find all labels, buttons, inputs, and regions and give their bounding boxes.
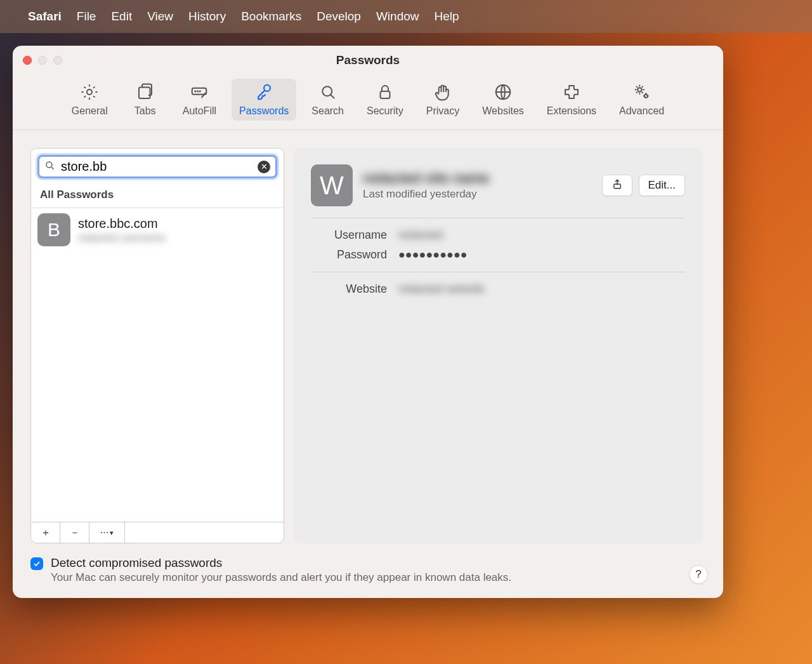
detail-site-title: redacted site name [363,170,592,187]
svg-point-7 [322,86,332,96]
detect-compromised-checkbox[interactable] [30,557,43,570]
password-row[interactable]: B store.bbc.com redacted username [31,208,284,251]
titlebar: Passwords [13,46,723,75]
menu-help[interactable]: Help [434,10,459,23]
svg-rect-8 [380,91,390,98]
content: ✕ All Passwords B store.bbc.com redacted… [13,130,723,551]
detail-favicon: W [311,164,353,206]
clear-search-button[interactable]: ✕ [258,161,270,173]
tab-label: Security [367,105,403,117]
username-value[interactable]: redacted [398,229,685,242]
passwords-list: B store.bbc.com redacted username [31,208,284,522]
remove-button[interactable]: － [60,522,89,543]
tab-label: Privacy [426,105,459,117]
menu-file[interactable]: File [77,10,96,23]
settings-window: Passwords General Tabs AutoFill Password… [13,46,723,598]
row-site: store.bbc.com [78,216,166,231]
svg-point-12 [46,162,52,168]
row-username: redacted username [78,232,166,244]
tab-passwords[interactable]: Passwords [232,79,296,121]
tab-privacy[interactable]: Privacy [419,79,467,121]
detect-compromised-desc: Your Mac can securely monitor your passw… [51,571,511,584]
tab-label: Search [311,105,344,117]
passwords-sidebar: ✕ All Passwords B store.bbc.com redacted… [30,148,284,543]
more-button[interactable]: ··· ▾ [89,522,125,543]
list-footer: ＋ － ··· ▾ [31,522,284,543]
ellipsis-icon: ··· [100,527,108,538]
menu-history[interactable]: History [188,10,226,23]
search-input[interactable] [61,159,252,174]
website-value[interactable]: redacted website [398,282,685,296]
tab-label: Extensions [547,105,596,117]
site-favicon: B [37,213,70,246]
settings-toolbar: General Tabs AutoFill Passwords Search [13,75,723,130]
menu-window[interactable]: Window [376,10,419,23]
tab-advanced[interactable]: Advanced [612,79,672,121]
tab-label: Websites [482,105,524,117]
divider [311,218,685,218]
gear-icon [80,83,99,102]
search-field[interactable]: ✕ [37,155,277,178]
menubar: Safari File Edit View History Bookmarks … [0,0,812,33]
lock-icon [376,83,395,102]
tab-label: Tabs [134,105,156,117]
svg-point-10 [638,88,641,91]
menu-edit[interactable]: Edit [111,10,132,23]
svg-point-4 [197,91,198,91]
svg-point-11 [644,95,647,98]
tab-tabs[interactable]: Tabs [123,79,167,121]
tab-label: Passwords [239,105,289,117]
search-icon [318,83,337,102]
globe-icon [494,83,513,102]
tab-general[interactable]: General [64,79,115,121]
help-button[interactable]: ? [689,565,708,584]
password-value[interactable]: ●●●●●●●●●● [398,248,685,262]
window-title: Passwords [13,53,723,67]
username-label: Username [311,229,387,242]
password-label: Password [311,248,387,262]
website-label: Website [311,282,387,296]
detail-modified: Last modified yesterday [363,188,592,201]
search-icon [44,160,56,174]
hand-icon [433,83,452,102]
key-icon [254,83,273,102]
svg-point-0 [87,90,92,95]
tabs-icon [136,83,155,102]
tab-extensions[interactable]: Extensions [539,79,604,121]
tab-autofill[interactable]: AutoFill [175,79,224,121]
tab-label: AutoFill [183,105,216,117]
tab-search[interactable]: Search [304,79,351,121]
chevron-down-icon: ▾ [110,529,114,537]
puzzle-icon [562,83,581,102]
tab-label: General [72,105,108,117]
tab-websites[interactable]: Websites [475,79,532,121]
svg-point-5 [200,91,200,91]
menu-view[interactable]: View [147,10,173,23]
svg-point-6 [264,85,270,91]
divider [311,272,685,272]
add-button[interactable]: ＋ [31,522,60,543]
window-footer: Detect compromised passwords Your Mac ca… [13,551,723,598]
tab-security[interactable]: Security [359,79,411,121]
list-section-header: All Passwords [31,185,284,208]
password-detail: W redacted site name Last modified yeste… [293,148,703,543]
edit-button[interactable]: Edit... [639,175,685,196]
menu-develop[interactable]: Develop [317,10,361,23]
app-menu[interactable]: Safari [28,10,62,23]
gears-icon [632,83,652,102]
menu-bookmarks[interactable]: Bookmarks [241,10,301,23]
svg-rect-1 [139,88,150,99]
svg-point-3 [195,91,196,91]
share-button[interactable] [602,175,632,196]
share-icon [612,178,623,193]
tab-label: Advanced [619,105,664,117]
autofill-icon [190,83,209,102]
detect-compromised-label: Detect compromised passwords [51,556,511,570]
